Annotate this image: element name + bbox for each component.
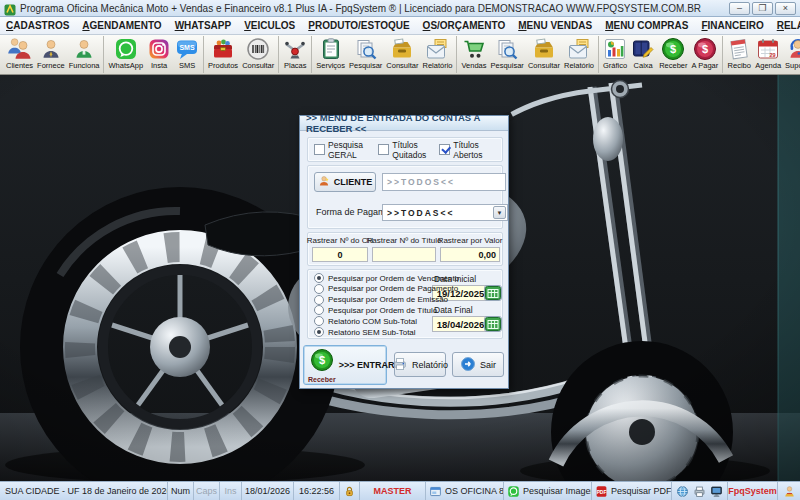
toolbar-button-fornece[interactable]: Fornece [35, 36, 67, 73]
toolbar-button-insta[interactable]: Insta [145, 36, 173, 73]
close-button[interactable]: × [775, 2, 796, 15]
data-final-field[interactable]: 18/04/2026 [432, 316, 489, 332]
toolbar-button-agenda[interactable]: 29Agenda [753, 36, 783, 73]
toolbar-group: GráficoCaixa$Receber$A Pagar [599, 36, 723, 73]
toolbar-button-label: Agenda [755, 61, 781, 70]
worker-icon [72, 37, 96, 61]
menu-item-veiculos[interactable]: VEICULOS [244, 20, 295, 31]
toolbar-group: Placas [279, 36, 312, 73]
checkbox-t-tulos-quitados[interactable]: Títulos Quitados [378, 140, 439, 160]
checkbox-t-tulos-abertos[interactable]: Títulos Abertos [439, 140, 496, 160]
status-num-lock: Num [168, 482, 194, 500]
menu-item-os-or-amento[interactable]: OS/ORÇAMENTO [423, 20, 506, 31]
menu-item-agendamento[interactable]: AGENDAMENTO [82, 20, 161, 31]
rastrear-field-rastrear-n-do-t-tulo[interactable] [372, 247, 436, 262]
dialog-title: >> MENU DE ENTRADA DO CONTAS A RECEBER <… [300, 116, 508, 131]
toolbar-button-funciona[interactable]: Funciona [67, 36, 102, 73]
toolbar-button-clientes[interactable]: Clientes [4, 36, 35, 73]
toolbar-button-label: A Pagar [692, 61, 719, 70]
radio-relat-rio-com-sub-total[interactable]: Relatório COM Sub-Total [314, 316, 417, 326]
toolbar-button-relat-rio[interactable]: Relatório [420, 36, 454, 73]
rastrear-field-rastrear-por-valor[interactable]: 0,00 [440, 247, 500, 262]
toolbar-group: Recibo29AgendaSuporte [723, 36, 800, 73]
maximize-button[interactable]: ❐ [752, 2, 773, 15]
relatorio-button[interactable]: Relatório [394, 352, 446, 377]
status-insert: Ins [220, 482, 242, 500]
toolbar-button-gr-fico[interactable]: Gráfico [601, 36, 629, 73]
status-quick-icons[interactable] [672, 482, 728, 500]
menu-item-financeiro[interactable]: FINANCEIRO [701, 20, 763, 31]
status-search-pdf-text: Pesquisar PDF [611, 486, 672, 496]
toolbar-button-consultar[interactable]: Consultar [384, 36, 420, 73]
radio-pesquisar-por-ordem-de-t-tulo[interactable]: Pesquisar por Ordem de Título [314, 305, 437, 315]
radio-pesquisar-por-ordem-de-pagamento[interactable]: Pesquisar por Ordem de Pagamento [314, 284, 458, 294]
toolbar-button-vendas[interactable]: Vendas [459, 36, 488, 73]
radio-pesquisar-por-ordem-de-vencimento[interactable]: Pesquisar por Ordem de Vencimento [314, 273, 459, 283]
status-time-text: 16:22:56 [299, 486, 334, 496]
barcode-icon [246, 37, 270, 61]
svg-text:29: 29 [770, 52, 776, 58]
radio-label: Relatório SEM Sub-Total [328, 328, 416, 337]
menu-item-produto-estoque[interactable]: PRODUTO/ESTOQUE [308, 20, 409, 31]
supplier-icon [39, 37, 63, 61]
application-window: Programa Oficina Mecânica Moto + Vendas … [0, 0, 800, 500]
globe-icon[interactable] [676, 485, 689, 498]
status-search-pdf[interactable]: PDFPesquisar PDF [592, 482, 672, 500]
toolbar-button-a-pagar[interactable]: $A Pagar [690, 36, 721, 73]
menu-item-menu-compras[interactable]: MENU COMPRAS [605, 20, 688, 31]
cliente-button[interactable]: CLIENTE [314, 172, 376, 192]
toolbar-button-pesquisar[interactable]: Pesquisar [347, 36, 384, 73]
menu-item-whatsapp[interactable]: WHATSAPP [175, 20, 232, 31]
toolbar-button-sms[interactable]: SMSSMS [173, 36, 201, 73]
toolbar-button-consultar[interactable]: Consultar [526, 36, 562, 73]
svg-text:$: $ [319, 354, 325, 366]
status-search-images[interactable]: Pesquisar Imagens [504, 482, 592, 500]
status-app-name[interactable]: OS OFICINA 8.1 [426, 482, 504, 500]
exit-arrow-icon [460, 356, 476, 374]
minimize-button[interactable]: – [729, 2, 750, 15]
toolbar-button-produtos[interactable]: Produtos [206, 36, 240, 73]
checkbox-pesquisa-geral[interactable]: Pesquisa GERAL [314, 140, 378, 160]
toolbar-button-pesquisar[interactable]: Pesquisar [489, 36, 526, 73]
radio-selected-icon [314, 273, 324, 283]
printer-small-icon[interactable] [693, 485, 706, 498]
entrar-button[interactable]: $ Receber >>> ENTRAR [303, 345, 387, 385]
toolbar-button-label: Consultar [528, 61, 560, 70]
sair-button[interactable]: Sair [452, 352, 504, 377]
toolbar-button-label: Caixa [634, 61, 653, 70]
checkbox-box [378, 144, 389, 155]
toolbar-button-label: SMS [179, 61, 195, 70]
toolbar-button-consultar[interactable]: Consultar [240, 36, 276, 73]
search-docs-icon [495, 37, 519, 61]
status-date-text: 18/01/2026 [245, 486, 290, 496]
status-user: MASTER [360, 482, 426, 500]
rastrear-field-rastrear-n-do-ch[interactable]: 0 [312, 247, 368, 262]
toolbar-button-relat-rio[interactable]: Relatório [562, 36, 596, 73]
menu-item-menu-vendas[interactable]: MENU VENDAS [518, 20, 592, 31]
toolbar-group: ClientesForneceFunciona [2, 36, 104, 73]
radio-relat-rio-sem-sub-total[interactable]: Relatório SEM Sub-Total [314, 327, 416, 337]
data-final-calendar-button[interactable] [484, 316, 502, 332]
clipboard-icon [319, 37, 343, 61]
radio-label: Relatório COM Sub-Total [328, 317, 417, 326]
toolbar-button-servi-os[interactable]: Serviços [314, 36, 347, 73]
monitor-icon[interactable] [710, 485, 723, 498]
forma-pagamento-select[interactable]: >>TODAS<< ▼ [382, 204, 508, 221]
calendar-icon: 29 [756, 37, 780, 61]
toolbar-button-recibo[interactable]: Recibo [725, 36, 753, 73]
radio-label: Pesquisar por Ordem de Título [328, 306, 437, 315]
toolbar-button-suporte[interactable]: Suporte [783, 36, 800, 73]
toolbar-button-placas[interactable]: Placas [281, 36, 309, 73]
contas-a-receber-dialog: >> MENU DE ENTRADA DO CONTAS A RECEBER <… [299, 115, 509, 389]
radio-pesquisar-por-ordem-de-emiss-o[interactable]: Pesquisar por Ordem de Emissão [314, 295, 448, 305]
toolbar-button-whatsapp[interactable]: WhatsApp [106, 36, 145, 73]
data-inicial-calendar-button[interactable] [484, 285, 502, 301]
toolbar-button-receber[interactable]: $Receber [657, 36, 689, 73]
toolbar-button-caixa[interactable]: Caixa [629, 36, 657, 73]
toolbar-group: ProdutosConsultar [204, 36, 279, 73]
menu-item-cadastros[interactable]: CADASTROS [6, 20, 69, 31]
cliente-field[interactable]: >>TODOS<< [382, 173, 506, 191]
instagram-icon [147, 37, 171, 61]
menu-item-relat-rios[interactable]: RELATÓRIOS [777, 20, 800, 31]
checkbox-label: Pesquisa GERAL [328, 140, 378, 160]
